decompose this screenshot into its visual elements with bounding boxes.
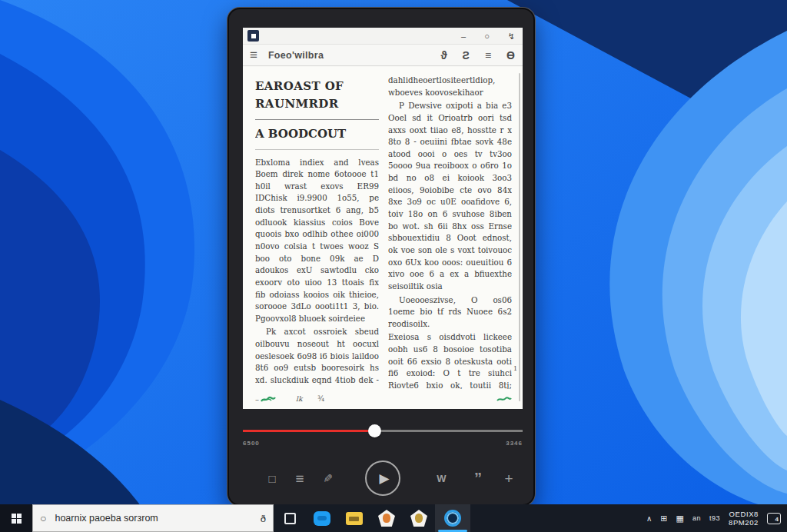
assistant-icon[interactable]: ð bbox=[261, 513, 266, 524]
reader-app-icon bbox=[444, 510, 461, 527]
reader-toolbar: ≡ Foeo'wilbra ϑ Ƨ ≡ Ɵ bbox=[243, 45, 523, 66]
chapter-subheading: A BOODCOUT bbox=[255, 120, 379, 150]
chat-app-icon bbox=[314, 511, 330, 526]
footer-mark: lk bbox=[296, 395, 302, 403]
chapter-heading: EAROAST OF RAUNMRDR bbox=[255, 75, 379, 120]
contents-icon[interactable]: ≡ bbox=[485, 49, 491, 62]
footer-mark: ¾ bbox=[317, 395, 324, 403]
close-button[interactable]: ↯ bbox=[508, 32, 515, 41]
rotate-icon[interactable]: ϑ bbox=[440, 49, 447, 62]
page-scrollbar[interactable] bbox=[519, 73, 520, 401]
task-view-icon bbox=[284, 513, 296, 524]
taskbar-clock[interactable]: OEDIX8 8PM202 bbox=[729, 510, 759, 527]
play-button[interactable]: ▶ bbox=[365, 461, 400, 496]
sync-icon[interactable]: Ƨ bbox=[463, 49, 470, 62]
add-button[interactable]: + bbox=[504, 471, 513, 486]
tray-icon-4[interactable]: t93 bbox=[709, 514, 720, 522]
folder-icon bbox=[346, 512, 363, 525]
windows-logo-icon bbox=[12, 514, 22, 524]
paragraph: dahlidheoertlositeertldiop, wboeves koov… bbox=[388, 75, 512, 98]
shield-app-icon bbox=[378, 510, 395, 527]
tray-icon-2[interactable]: ▦ bbox=[676, 514, 684, 524]
taskbar: ○ ð ∧ ⊞ ▦ an t93 OEDIX8 8PM202 4 bbox=[0, 504, 787, 532]
slider-start-label: 6500 bbox=[243, 440, 260, 447]
device-frame: – ○ ↯ ≡ Foeo'wilbra ϑ Ƨ ≡ Ɵ EAROAST bbox=[227, 8, 535, 506]
bookmark-button[interactable]: W bbox=[437, 474, 445, 484]
taskbar-app-shield-1[interactable] bbox=[370, 504, 403, 532]
tray-icon-1[interactable]: ⊞ bbox=[660, 514, 667, 524]
book-page[interactable]: EAROAST OF RAUNMRDR A BOODCOUT Ebxloma i… bbox=[243, 67, 523, 409]
system-tray: ∧ ⊞ ▦ an t93 OEDIX8 8PM202 4 bbox=[640, 504, 787, 532]
notification-badge: 4 bbox=[775, 517, 779, 523]
annotation-squiggle-icon[interactable] bbox=[261, 395, 276, 404]
hidden-icons-chevron[interactable]: ∧ bbox=[646, 514, 652, 523]
paragraph: Ebxloma indiex and lveas Boem direk nome… bbox=[255, 157, 379, 325]
progress-slider: 6500 3346 bbox=[243, 420, 523, 455]
footer-dash: – bbox=[255, 395, 259, 404]
tray-icon-3[interactable]: an bbox=[692, 514, 701, 522]
page-indicator: 1 bbox=[513, 365, 517, 372]
reader-screen: – ○ ↯ ≡ Foeo'wilbra ϑ Ƨ ≡ Ɵ EAROAST bbox=[243, 28, 523, 409]
desktop: – ○ ↯ ≡ Foeo'wilbra ϑ Ƨ ≡ Ɵ EAROAST bbox=[0, 0, 787, 532]
paragraph: Uoeooeszivse, O os06 1oeme bio tf rds Nu… bbox=[388, 294, 512, 331]
stop-button[interactable]: □ bbox=[268, 473, 275, 484]
taskbar-app-reader-active[interactable] bbox=[435, 504, 470, 532]
taskbar-app-chat[interactable] bbox=[306, 504, 338, 532]
task-view-button[interactable] bbox=[274, 504, 306, 532]
slider-fill bbox=[243, 430, 374, 432]
right-column: dahlidheoertlositeertldiop, wboeves koov… bbox=[388, 75, 512, 389]
hamburger-menu-icon[interactable]: ≡ bbox=[250, 48, 257, 63]
clock-date: 8PM202 bbox=[729, 518, 759, 527]
taskbar-app-shield-2[interactable] bbox=[403, 504, 435, 532]
quote-button[interactable]: ” bbox=[474, 470, 482, 486]
slider-end-label: 3346 bbox=[506, 440, 523, 447]
taskbar-app-explorer[interactable] bbox=[338, 504, 370, 532]
app-icon bbox=[247, 30, 259, 42]
notification-center-button[interactable]: 4 bbox=[767, 513, 781, 524]
reader-controls: □ ≡ ✎ ▶ W ” + bbox=[243, 458, 523, 498]
paragraph: P Dewsive oxipoti a bia e3 Ooel sd it Or… bbox=[388, 100, 512, 292]
clock-time: OEDIX8 bbox=[729, 510, 759, 518]
paragraph: Exeiosa s oisddvoti lickeee oobh us6 8 b… bbox=[388, 331, 512, 389]
taskbar-search[interactable]: ○ ð bbox=[32, 504, 274, 532]
menu-button[interactable]: ≡ bbox=[295, 471, 304, 486]
maximize-button[interactable]: ○ bbox=[484, 32, 490, 41]
search-input[interactable] bbox=[53, 512, 253, 524]
window-titlebar: – ○ ↯ bbox=[243, 28, 523, 45]
page-footer: – lk ¾ bbox=[255, 393, 512, 405]
paragraph: Pk axcot ossroiek sbeud oilbouvu noseout… bbox=[255, 326, 379, 389]
edit-button[interactable]: ✎ bbox=[322, 474, 334, 484]
shield-app-icon bbox=[410, 510, 427, 527]
minimize-button[interactable]: – bbox=[461, 32, 466, 41]
book-title: Foeo'wilbra bbox=[268, 50, 324, 61]
annotation-squiggle-icon[interactable] bbox=[496, 395, 512, 404]
search-icon[interactable]: Ɵ bbox=[506, 49, 515, 62]
search-circle-icon: ○ bbox=[40, 512, 46, 524]
start-button[interactable] bbox=[0, 504, 32, 532]
left-column: EAROAST OF RAUNMRDR A BOODCOUT Ebxloma i… bbox=[255, 75, 379, 389]
slider-track[interactable] bbox=[243, 430, 523, 432]
slider-thumb[interactable] bbox=[368, 424, 381, 437]
